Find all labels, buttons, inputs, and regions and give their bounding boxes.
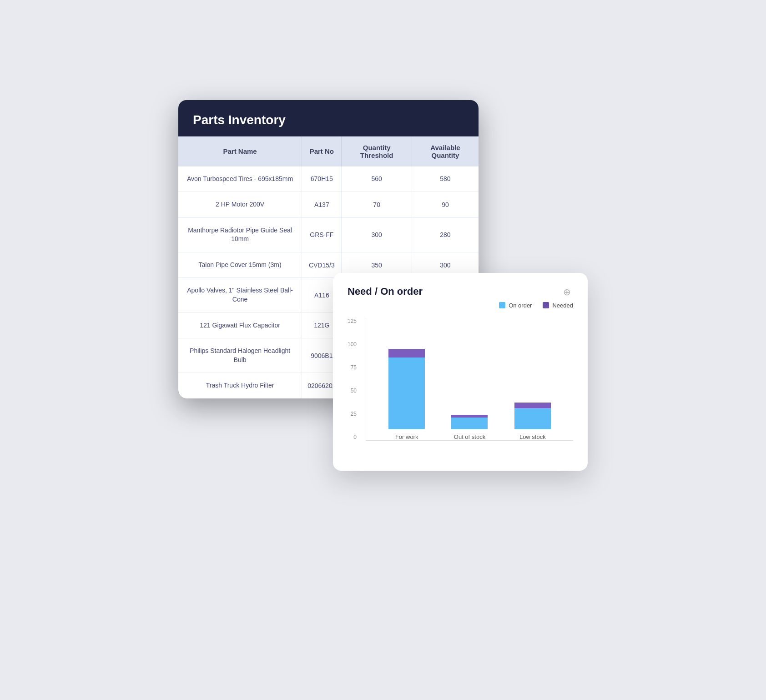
cell-part-no: 670H15 — [302, 166, 342, 192]
col-header-threshold: Quantity Threshold — [342, 136, 412, 166]
chart-area: 1251007550250 For workOut of stockLow st… — [366, 318, 573, 454]
col-header-available: Available Quantity — [412, 136, 479, 166]
table-row: 2 HP Motor 200VA1377090 — [178, 192, 479, 218]
x-axis-label: Low stock — [519, 433, 546, 440]
legend-on-order: On order — [499, 302, 532, 309]
chart-card: Need / On order ⊕ On order Needed 125100… — [333, 273, 588, 471]
cell-threshold: 560 — [342, 166, 412, 192]
cell-part-name: Trash Truck Hydro Filter — [178, 373, 302, 398]
bar-segment-on-order — [514, 408, 551, 429]
chart-legend: On order Needed — [348, 302, 573, 309]
cell-part-no: A137 — [302, 192, 342, 218]
y-axis: 1251007550250 — [348, 318, 360, 441]
bar-group: For work — [388, 349, 425, 440]
bar-segment-needed — [514, 403, 551, 408]
y-axis-label: 75 — [351, 364, 360, 371]
inventory-title: Parts Inventory — [178, 100, 479, 136]
col-header-partno: Part No — [302, 136, 342, 166]
cell-part-name: Talon Pipe Cover 15mm (3m) — [178, 252, 302, 278]
legend-label-on-order: On order — [509, 302, 532, 309]
bar-segment-needed — [388, 349, 425, 358]
move-icon[interactable]: ⊕ — [560, 286, 573, 298]
y-axis-label: 100 — [348, 341, 360, 347]
cell-threshold: 70 — [342, 192, 412, 218]
chart-header: Need / On order ⊕ — [348, 286, 573, 298]
table-row: Avon Turbospeed Tires - 695x185mm670H155… — [178, 166, 479, 192]
cell-part-no: GRS-FF — [302, 217, 342, 252]
x-axis-label: Out of stock — [454, 433, 485, 440]
legend-label-needed: Needed — [552, 302, 573, 309]
y-axis-label: 125 — [348, 318, 360, 324]
legend-dot-on-order — [499, 302, 505, 308]
cell-part-name: 121 Gigawatt Flux Capacitor — [178, 312, 302, 338]
y-axis-label: 25 — [351, 411, 360, 417]
cell-part-name: Manthorpe Radiotor Pipe Guide Seal 10mm — [178, 217, 302, 252]
bar-stack — [388, 349, 425, 429]
cell-part-name: Philips Standard Halogen Headlight Bulb — [178, 338, 302, 373]
cell-threshold: 300 — [342, 217, 412, 252]
chart-inner: For workOut of stockLow stock — [366, 318, 573, 441]
legend-dot-needed — [543, 302, 549, 308]
legend-needed: Needed — [543, 302, 573, 309]
chart-title: Need / On order — [348, 286, 423, 297]
bar-segment-on-order — [451, 418, 488, 429]
col-header-name: Part Name — [178, 136, 302, 166]
cell-available: 90 — [412, 192, 479, 218]
bar-segment-on-order — [388, 358, 425, 429]
cell-part-name: 2 HP Motor 200V — [178, 192, 302, 218]
table-row: Manthorpe Radiotor Pipe Guide Seal 10mmG… — [178, 217, 479, 252]
cell-available: 280 — [412, 217, 479, 252]
cell-part-name: Avon Turbospeed Tires - 695x185mm — [178, 166, 302, 192]
cell-part-name: Apollo Valves, 1" Stainless Steel Ball-C… — [178, 278, 302, 312]
bar-stack — [451, 415, 488, 429]
cell-part-no: CVD15/3 — [302, 252, 342, 278]
table-header-row: Part Name Part No Quantity Threshold Ava… — [178, 136, 479, 166]
y-axis-label: 0 — [353, 434, 360, 440]
bar-stack — [514, 403, 551, 429]
bar-group: Low stock — [514, 403, 551, 440]
cell-available: 580 — [412, 166, 479, 192]
x-axis-label: For work — [395, 433, 418, 440]
bar-group: Out of stock — [451, 415, 488, 440]
y-axis-label: 50 — [351, 388, 360, 394]
